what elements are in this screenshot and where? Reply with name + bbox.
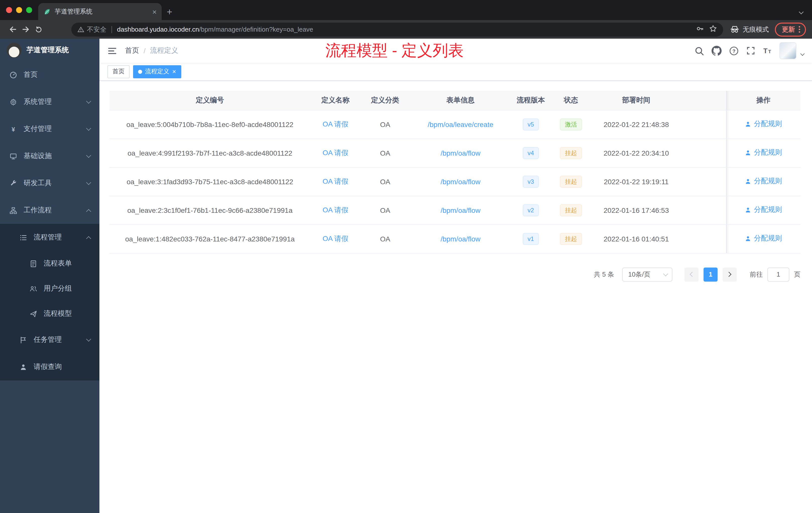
assign-rule-button[interactable]: 分配规则 (745, 234, 782, 243)
minimize-window-button[interactable] (16, 7, 22, 13)
search-icon[interactable] (695, 46, 704, 56)
assign-rule-button[interactable]: 分配规则 (745, 177, 782, 186)
security-label: 不安全 (87, 25, 107, 34)
chevron-down-icon[interactable] (801, 52, 805, 56)
cell-deploy-time: 2022-01-22 20:34:10 (591, 139, 681, 167)
definition-name-link[interactable]: OA 请假 (323, 234, 348, 242)
person-icon (745, 235, 752, 242)
cell-category: OA (360, 110, 410, 139)
person-icon (19, 363, 27, 371)
tag-process-definition[interactable]: 流程定义 × (133, 65, 181, 78)
browser-tab[interactable]: 芋道管理系统 × (38, 3, 162, 20)
wrench-icon (9, 179, 17, 187)
chevron-up-icon (86, 209, 91, 214)
person-icon (745, 207, 752, 213)
goto-label: 前往 (750, 270, 763, 279)
status-badge: 挂起 (560, 233, 582, 245)
chevron-up-icon (86, 236, 91, 241)
form-link[interactable]: /bpm/oa/flow (441, 149, 481, 157)
vertical-dots-icon (799, 26, 801, 33)
sidebar-item-home[interactable]: 首页 (0, 61, 99, 88)
user-avatar[interactable] (779, 42, 796, 59)
zoom-window-button[interactable] (26, 7, 32, 13)
prev-page-button[interactable] (685, 267, 698, 281)
tag-home[interactable]: 首页 (108, 65, 129, 78)
sidebar-item-task-management[interactable]: 任务管理 (0, 326, 99, 353)
gear-icon (9, 98, 17, 106)
star-icon[interactable] (709, 24, 717, 34)
people-icon (29, 284, 37, 293)
sidebar-item-infrastructure[interactable]: 基础设施 (0, 143, 99, 170)
form-link[interactable]: /bpm/oa/flow (441, 177, 481, 185)
sidebar-item-workflow[interactable]: 工作流程 (0, 197, 99, 224)
cell-id: oa_leave:2:3c1f0ef1-76b1-11ec-9c66-a2380… (110, 196, 310, 224)
new-tab-button[interactable]: + (167, 7, 172, 17)
pagination: 共 5 条 10条/页 1 前往 页 (110, 267, 801, 281)
cell-id: oa_leave:1:482ec033-762a-11ec-8477-a2380… (110, 224, 310, 253)
sidebar-item-system[interactable]: 系统管理 (0, 88, 99, 116)
definition-name-link[interactable]: OA 请假 (323, 177, 348, 185)
definition-name-link[interactable]: OA 请假 (323, 148, 348, 156)
definition-name-link[interactable]: OA 请假 (323, 206, 348, 214)
cell-id: oa_leave:4:991f2193-7b7f-11ec-a3c8-acde4… (110, 139, 310, 167)
close-window-button[interactable] (6, 7, 12, 13)
form-link[interactable]: /bpm/oa/flow (441, 235, 481, 243)
back-icon[interactable] (6, 23, 19, 36)
col-actions: 操作 (726, 91, 801, 110)
hamburger-icon[interactable] (108, 46, 117, 56)
page-size-value: 10条/页 (628, 270, 650, 279)
main-area: 首页 / 流程定义 流程模型 - 定义列表 ? (99, 39, 812, 513)
col-definition-category: 定义分类 (360, 91, 410, 110)
security-chip[interactable]: 不安全 (77, 25, 107, 34)
sidebar-item-label: 任务管理 (34, 335, 62, 344)
chevron-down-icon (86, 126, 91, 131)
sidebar-item-label: 工作流程 (24, 206, 52, 215)
cell-category: OA (360, 167, 410, 196)
assign-rule-button[interactable]: 分配规则 (745, 148, 782, 157)
sidebar-item-process-management[interactable]: 流程管理 (0, 224, 99, 251)
goto-page-input[interactable] (767, 267, 789, 281)
assign-rule-button[interactable]: 分配规则 (745, 120, 782, 129)
key-icon[interactable] (696, 24, 704, 34)
send-icon (29, 310, 37, 318)
cell-id: oa_leave:3:1fad3d93-7b75-11ec-a3c8-acde4… (110, 167, 310, 196)
definition-name-link[interactable]: OA 请假 (323, 120, 348, 128)
fullscreen-icon[interactable] (746, 46, 755, 55)
chevron-down-icon (86, 99, 91, 104)
page-size-select[interactable]: 10条/页 (622, 267, 672, 281)
reload-icon[interactable] (32, 23, 45, 36)
font-size-icon[interactable]: TT (763, 46, 772, 55)
sidebar-item-payment[interactable]: ¥ 支付管理 (0, 116, 99, 143)
cell-category: OA (360, 224, 410, 253)
status-badge: 挂起 (560, 147, 582, 159)
form-link[interactable]: /bpm/oa/leave/create (428, 120, 493, 128)
question-icon[interactable]: ? (729, 46, 739, 56)
sidebar-item-devtools[interactable]: 研发工具 (0, 170, 99, 197)
browser-update-menu-button[interactable]: 更新 (775, 22, 806, 36)
sidebar-item-process-model[interactable]: 流程模型 (0, 301, 99, 326)
tag-close-icon[interactable]: × (172, 68, 176, 75)
next-page-button[interactable] (723, 267, 737, 281)
app-logo: 芋道管理系统 (0, 39, 99, 61)
sidebar-item-leave-query[interactable]: 请假查询 (0, 353, 99, 381)
status-badge: 激活 (560, 118, 582, 130)
person-icon (745, 121, 752, 127)
sidebar-item-user-group[interactable]: 用户分组 (0, 276, 99, 301)
tab-close-icon[interactable]: × (152, 8, 157, 15)
table-row: oa_leave:4:991f2193-7b7f-11ec-a3c8-acde4… (110, 139, 801, 167)
current-page-button[interactable]: 1 (703, 267, 718, 281)
assign-rule-button[interactable]: 分配规则 (745, 206, 782, 215)
github-icon[interactable] (712, 46, 722, 56)
svg-text:¥: ¥ (11, 126, 15, 132)
address-bar[interactable]: 不安全 dashboard.yudao.iocoder.cn/bpm/manag… (71, 22, 723, 36)
breadcrumb-home[interactable]: 首页 (125, 46, 139, 55)
cell-deploy-time: 2022-01-16 17:46:53 (591, 196, 681, 224)
tab-search-chevron-icon[interactable] (799, 7, 804, 17)
url-host: dashboard.yudao.iocoder.cn (117, 26, 199, 33)
sidebar-item-process-form[interactable]: 流程表单 (0, 251, 99, 276)
sidebar-item-label: 基础设施 (24, 152, 52, 161)
tab-favicon-leaf-icon (43, 8, 51, 15)
forward-icon[interactable] (19, 23, 32, 36)
chevron-down-icon (86, 180, 91, 185)
form-link[interactable]: /bpm/oa/flow (441, 206, 481, 214)
